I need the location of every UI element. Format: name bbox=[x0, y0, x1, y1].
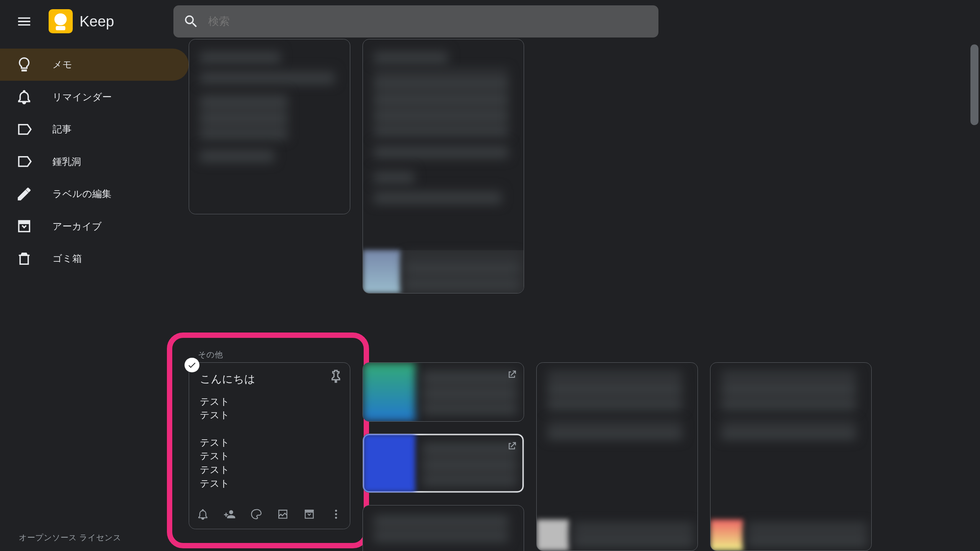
search-bar[interactable] bbox=[173, 5, 658, 37]
sidebar-item-reminders[interactable]: リマインダー bbox=[0, 81, 189, 113]
note-toolbar bbox=[196, 505, 343, 523]
sidebar-item-trash[interactable]: ゴミ箱 bbox=[0, 243, 189, 275]
archive-button[interactable] bbox=[302, 505, 317, 523]
note-card[interactable] bbox=[363, 362, 524, 422]
label-icon bbox=[16, 153, 32, 170]
sidebar-item-archive[interactable]: アーカイブ bbox=[0, 210, 189, 242]
open-link-button[interactable] bbox=[506, 369, 517, 382]
svg-point-11 bbox=[335, 517, 337, 518]
remind-button[interactable] bbox=[196, 505, 210, 523]
notes-area: その他 こんにちは テスト テスト テスト テスト テスト テスト bbox=[189, 43, 980, 551]
top-bar: Keep 90 bbox=[0, 0, 980, 43]
note-body: テスト テスト テスト テスト テスト テスト bbox=[200, 395, 339, 491]
archive-icon bbox=[303, 508, 315, 520]
trash-icon bbox=[16, 251, 32, 267]
main-menu-button[interactable] bbox=[8, 5, 40, 37]
sidebar-label: 記事 bbox=[52, 123, 72, 135]
sidebar-item-notes[interactable]: メモ bbox=[0, 49, 189, 81]
sidebar-label: 鍾乳洞 bbox=[52, 155, 81, 168]
check-icon bbox=[187, 360, 197, 370]
palette-button[interactable] bbox=[249, 505, 263, 523]
sidebar: メモ リマインダー 記事 鍾乳洞 ラベルの編集 アーカイブ ゴミ箱 bbox=[0, 43, 189, 275]
section-label-other: その他 bbox=[198, 349, 223, 360]
hamburger-icon bbox=[16, 13, 32, 29]
sidebar-label: ゴミ箱 bbox=[52, 252, 82, 265]
logo[interactable]: Keep bbox=[49, 9, 114, 33]
note-card-selected[interactable]: こんにちは テスト テスト テスト テスト テスト テスト bbox=[189, 362, 350, 529]
note-card[interactable] bbox=[710, 362, 872, 551]
note-card[interactable] bbox=[363, 39, 524, 293]
search-icon bbox=[183, 13, 199, 29]
person-add-icon bbox=[224, 508, 236, 520]
sidebar-label: リマインダー bbox=[52, 91, 112, 103]
select-check-badge[interactable] bbox=[185, 358, 199, 373]
palette-icon bbox=[250, 508, 262, 520]
sidebar-label: ラベルの編集 bbox=[52, 187, 111, 200]
sidebar-label: アーカイブ bbox=[52, 220, 102, 233]
scrollbar-thumb[interactable] bbox=[970, 44, 978, 125]
external-link-icon bbox=[506, 441, 517, 452]
keep-icon bbox=[49, 9, 73, 33]
sidebar-item-label-1[interactable]: 記事 bbox=[0, 113, 189, 145]
external-link-icon bbox=[506, 369, 517, 380]
note-card[interactable] bbox=[189, 39, 350, 214]
archive-icon bbox=[16, 218, 32, 234]
open-link-button[interactable] bbox=[506, 441, 517, 454]
pencil-icon bbox=[16, 186, 32, 202]
sidebar-item-label-2[interactable]: 鍾乳洞 bbox=[0, 145, 189, 178]
image-icon bbox=[277, 508, 289, 520]
note-card[interactable] bbox=[536, 362, 698, 551]
bell-icon bbox=[197, 508, 209, 520]
image-button[interactable] bbox=[276, 505, 290, 523]
pin-icon bbox=[328, 369, 343, 384]
lightbulb-icon bbox=[16, 57, 32, 73]
svg-point-9 bbox=[335, 510, 337, 512]
more-vert-icon bbox=[330, 508, 342, 520]
search-input[interactable] bbox=[208, 15, 649, 28]
open-source-licenses-link[interactable]: オープンソース ライセンス bbox=[19, 532, 121, 543]
sidebar-item-edit-labels[interactable]: ラベルの編集 bbox=[0, 178, 189, 210]
label-icon bbox=[16, 121, 32, 137]
note-title: こんにちは bbox=[200, 372, 339, 386]
note-card[interactable] bbox=[363, 434, 524, 493]
note-card[interactable] bbox=[363, 505, 524, 551]
pin-button[interactable] bbox=[328, 369, 343, 386]
more-button[interactable] bbox=[329, 505, 343, 523]
app-title: Keep bbox=[80, 13, 114, 30]
sidebar-label: メモ bbox=[52, 58, 72, 71]
bell-icon bbox=[16, 89, 32, 105]
svg-point-10 bbox=[335, 513, 337, 515]
collaborator-button[interactable] bbox=[222, 505, 237, 523]
